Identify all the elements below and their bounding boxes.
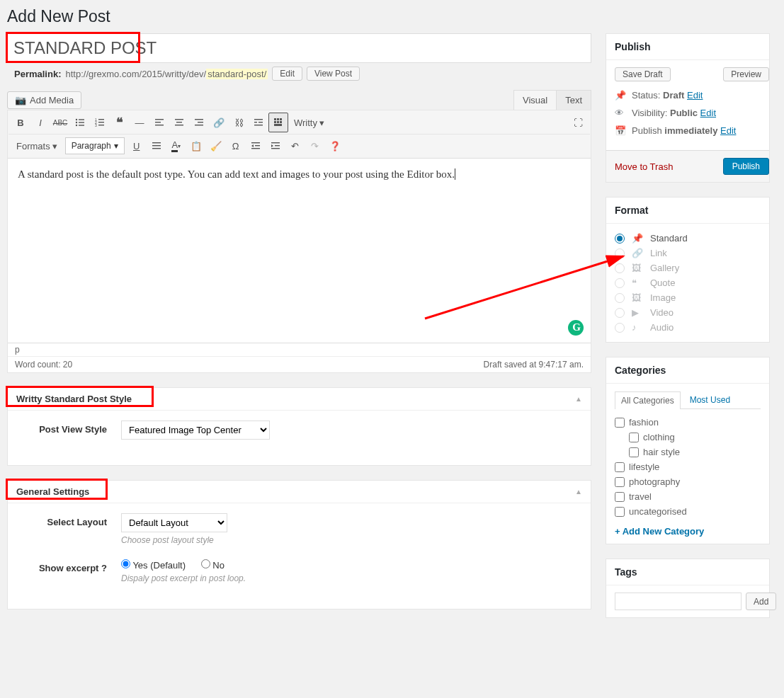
read-more-icon[interactable] bbox=[249, 113, 268, 132]
collapse-icon[interactable]: ▲ bbox=[575, 395, 582, 403]
edit-visibility-link[interactable]: Edit bbox=[700, 108, 716, 118]
tab-most-used[interactable]: Most Used bbox=[683, 391, 737, 408]
panel-title-general: General Settings bbox=[16, 486, 89, 497]
undo-icon[interactable]: ↶ bbox=[285, 136, 305, 156]
svg-rect-1 bbox=[79, 119, 84, 120]
category-checkbox[interactable] bbox=[629, 447, 639, 457]
publish-button[interactable]: Publish bbox=[723, 158, 769, 175]
tab-visual[interactable]: Visual bbox=[513, 90, 557, 110]
outdent-icon[interactable] bbox=[246, 136, 266, 156]
unlink-icon[interactable]: ⛓ bbox=[229, 113, 249, 132]
format-option-audio[interactable]: ♪Audio bbox=[615, 320, 761, 335]
format-option-link[interactable]: 🔗Link bbox=[615, 246, 761, 261]
strikethrough-icon[interactable]: ABC bbox=[50, 113, 70, 132]
add-new-category-link[interactable]: + Add New Category bbox=[615, 526, 704, 537]
numbered-list-icon[interactable]: 123 bbox=[90, 113, 110, 132]
svg-rect-24 bbox=[254, 125, 263, 125]
radio-icon bbox=[615, 308, 625, 318]
show-excerpt-yes[interactable]: Yes (Default) bbox=[121, 560, 186, 571]
category-checkbox[interactable] bbox=[615, 507, 625, 517]
category-checkbox[interactable] bbox=[629, 433, 639, 442]
category-item[interactable]: photography bbox=[615, 474, 761, 489]
special-char-icon[interactable]: Ω bbox=[226, 136, 246, 156]
tab-text[interactable]: Text bbox=[556, 90, 591, 110]
svg-rect-29 bbox=[277, 121, 279, 123]
hr-icon[interactable]: — bbox=[130, 113, 149, 132]
category-item[interactable]: uncategorised bbox=[615, 504, 761, 519]
align-justify-icon[interactable] bbox=[147, 136, 166, 156]
clear-format-icon[interactable]: 🧹 bbox=[206, 136, 226, 156]
tags-title: Tags bbox=[606, 559, 769, 585]
paste-text-icon[interactable]: 📋 bbox=[186, 136, 206, 156]
writty-dropdown[interactable]: Writty ▾ bbox=[288, 115, 330, 131]
add-media-button[interactable]: 📷 Add Media bbox=[7, 91, 81, 109]
move-to-trash-link[interactable]: Move to Trash bbox=[615, 161, 673, 172]
category-checkbox[interactable] bbox=[615, 462, 625, 472]
radio-icon bbox=[615, 278, 625, 288]
select-layout-label: Select Layout bbox=[22, 513, 107, 527]
svg-rect-31 bbox=[274, 124, 282, 126]
format-option-video[interactable]: ▶Video bbox=[615, 305, 761, 320]
italic-icon[interactable]: I bbox=[30, 113, 50, 132]
collapse-icon[interactable]: ▲ bbox=[575, 488, 582, 496]
align-center-icon[interactable] bbox=[169, 113, 189, 132]
post-title-input[interactable] bbox=[7, 33, 591, 63]
add-tag-button[interactable]: Add bbox=[746, 593, 776, 610]
tab-all-categories[interactable]: All Categories bbox=[615, 391, 681, 409]
edit-status-link[interactable]: Edit bbox=[687, 90, 703, 101]
underline-icon[interactable]: U bbox=[127, 136, 147, 156]
category-item[interactable]: clothing bbox=[615, 430, 761, 445]
page-title: Add New Post bbox=[7, 7, 770, 26]
show-excerpt-no[interactable]: No bbox=[201, 560, 225, 571]
svg-rect-20 bbox=[195, 125, 203, 125]
view-post-button[interactable]: View Post bbox=[307, 67, 360, 81]
category-item[interactable]: lifestyle bbox=[615, 459, 761, 474]
preview-button[interactable]: Preview bbox=[723, 67, 769, 81]
format-option-standard[interactable]: 📌Standard bbox=[615, 231, 761, 246]
svg-rect-37 bbox=[251, 148, 260, 149]
category-checkbox[interactable] bbox=[615, 477, 625, 487]
select-layout-select[interactable]: Default Layout bbox=[121, 513, 227, 532]
link-icon[interactable]: 🔗 bbox=[209, 113, 229, 132]
help-icon[interactable]: ❓ bbox=[325, 136, 345, 156]
redo-icon[interactable]: ↷ bbox=[305, 136, 325, 156]
svg-rect-18 bbox=[195, 119, 203, 120]
category-item[interactable]: fashion bbox=[615, 415, 761, 430]
editor-content[interactable]: A standard post is the default post type… bbox=[8, 159, 591, 343]
blockquote-icon[interactable]: ❝ bbox=[110, 113, 130, 132]
bullet-list-icon[interactable] bbox=[70, 113, 90, 132]
fullscreen-icon[interactable]: ⛶ bbox=[568, 113, 588, 132]
category-checkbox[interactable] bbox=[615, 418, 625, 428]
category-checkbox[interactable] bbox=[615, 492, 625, 502]
category-item[interactable]: travel bbox=[615, 489, 761, 504]
radio-icon bbox=[615, 293, 625, 303]
save-draft-button[interactable]: Save Draft bbox=[615, 67, 671, 81]
post-view-style-select[interactable]: Featured Image Top Center bbox=[121, 420, 270, 440]
tags-input[interactable] bbox=[615, 593, 742, 610]
indent-icon[interactable] bbox=[266, 136, 285, 156]
format-option-quote[interactable]: ❝Quote bbox=[615, 275, 761, 290]
align-right-icon[interactable] bbox=[189, 113, 209, 132]
bold-icon[interactable]: B bbox=[11, 113, 30, 132]
svg-rect-7 bbox=[98, 119, 104, 120]
svg-rect-36 bbox=[255, 145, 260, 146]
editor-path: p bbox=[8, 343, 591, 357]
format-option-gallery[interactable]: 🖼Gallery bbox=[615, 261, 761, 275]
paragraph-dropdown[interactable]: Paragraph ▾ bbox=[65, 137, 125, 154]
formats-dropdown[interactable]: Formats ▾ bbox=[11, 138, 63, 154]
svg-point-0 bbox=[76, 119, 77, 120]
text-color-icon[interactable]: A ▾ bbox=[166, 136, 186, 156]
edit-schedule-link[interactable]: Edit bbox=[720, 125, 736, 136]
eye-icon: 👁 bbox=[615, 108, 626, 118]
camera-music-icon: 📷 bbox=[15, 95, 26, 105]
format-option-image[interactable]: 🖼Image bbox=[615, 290, 761, 305]
grammarly-icon: G bbox=[572, 321, 581, 333]
svg-rect-19 bbox=[198, 122, 203, 122]
svg-rect-33 bbox=[152, 145, 161, 146]
category-item[interactable]: hair style bbox=[615, 445, 761, 459]
align-left-icon[interactable] bbox=[149, 113, 169, 132]
toolbar-toggle-icon[interactable] bbox=[268, 113, 288, 132]
edit-permalink-button[interactable]: Edit bbox=[272, 67, 302, 81]
format-quote-icon: ❝ bbox=[632, 278, 643, 288]
svg-rect-26 bbox=[277, 118, 279, 120]
